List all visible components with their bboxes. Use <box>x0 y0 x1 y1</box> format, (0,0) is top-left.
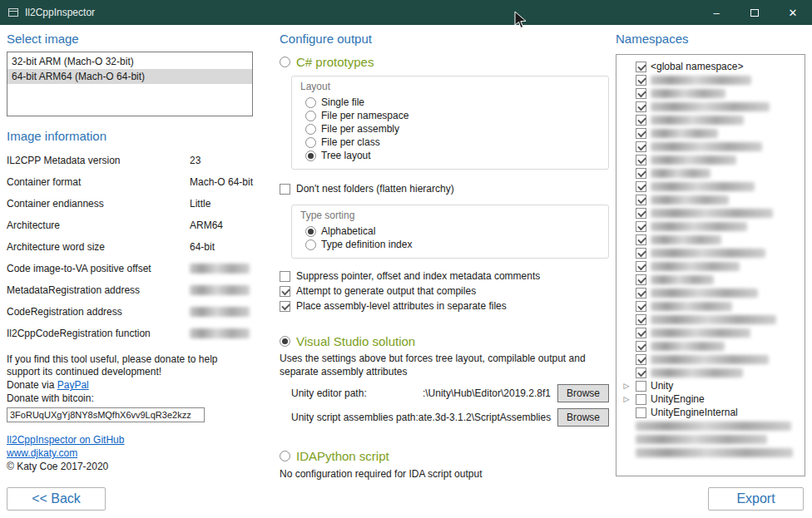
namespace-checkbox[interactable] <box>636 115 646 126</box>
namespace-row-unityengineinternal[interactable]: UnityEngineInternal <box>621 406 801 419</box>
checkbox-attempt-to-generate-output-that-compiles[interactable]: Attempt to generate output that compiles <box>280 284 609 298</box>
website-link[interactable]: www.djkaty.com <box>7 447 77 459</box>
namespace-row-redacted[interactable] <box>621 206 801 220</box>
image-listbox[interactable]: 32-bit ARM (Mach-O 32-bit)64-bit ARM64 (… <box>7 52 253 116</box>
namespace-checkbox[interactable] <box>636 394 646 405</box>
checkbox-suppress-pointer-offset-and-index-metadata-comments[interactable]: Suppress pointer, offset and index metad… <box>280 269 609 284</box>
expander-icon[interactable]: ▷ <box>621 392 631 406</box>
namespace-checkbox[interactable] <box>636 274 646 285</box>
namespace-checkbox[interactable] <box>636 354 646 365</box>
radio-tree-layout[interactable]: Tree layout <box>305 149 602 162</box>
namespace-row-redacted[interactable] <box>621 100 801 113</box>
checkbox-flatten-hierarchy[interactable]: Don't nest folders (flatten hierarchy) <box>280 181 609 196</box>
radio-file-per-class[interactable]: File per class <box>305 136 602 149</box>
namespace-row-redacted[interactable] <box>621 180 801 193</box>
radio-alphabetical[interactable]: Alphabetical <box>305 224 602 238</box>
namespace-row-unityengine[interactable]: ▷UnityEngine <box>621 392 801 406</box>
namespace-checkbox[interactable] <box>636 128 646 139</box>
namespace-checkbox[interactable] <box>636 368 646 378</box>
paypal-link[interactable]: PayPal <box>57 379 89 391</box>
layout-group-title: Layout <box>300 81 602 92</box>
namespace-checkbox[interactable] <box>636 288 646 298</box>
namespace-checkbox[interactable] <box>636 62 646 72</box>
radio-visual-studio-solution[interactable]: Visual Studio solution <box>280 334 609 348</box>
namespace-row-redacted[interactable] <box>621 259 801 273</box>
namespace-checkbox[interactable] <box>636 248 646 259</box>
namespace-checkbox[interactable] <box>636 141 646 152</box>
namespace-checkbox[interactable] <box>636 181 646 192</box>
namespace-row-redacted[interactable] <box>621 193 801 206</box>
info-label: CodeRegistration address <box>7 305 190 327</box>
namespace-checkbox[interactable] <box>636 75 646 86</box>
namespace-label: <global namespace> <box>651 61 743 72</box>
radio-idapython-script[interactable]: IDAPython script <box>280 449 609 463</box>
radio-csharp-prototypes[interactable]: C# prototypes <box>280 55 609 69</box>
image-list-item-64-bit-arm64-mach-o-64-bit[interactable]: 64-bit ARM64 (Mach-O 64-bit) <box>7 69 252 84</box>
expander-icon[interactable]: ▷ <box>621 379 631 392</box>
namespace-row-redacted[interactable] <box>621 153 801 166</box>
namespace-row-redacted[interactable] <box>621 432 801 446</box>
namespace-row-redacted[interactable] <box>621 419 801 432</box>
redacted-namespace <box>651 169 710 178</box>
namespace-row-redacted[interactable] <box>621 353 801 366</box>
browse-button[interactable]: Browse <box>557 408 609 427</box>
github-link[interactable]: Il2CppInspector on GitHub <box>7 434 124 446</box>
info-value: 64-bit <box>190 240 253 262</box>
namespace-row-redacted[interactable] <box>621 220 801 233</box>
namespace-checkbox[interactable] <box>636 221 646 232</box>
info-value: Mach-O 64-bit <box>190 175 253 197</box>
namespace-checkbox[interactable] <box>636 234 646 245</box>
namespace-checkbox[interactable] <box>636 328 646 338</box>
browse-button[interactable]: Browse <box>557 384 609 402</box>
namespace-row-redacted[interactable] <box>621 366 801 379</box>
namespace-checkbox[interactable] <box>636 88 646 99</box>
namespace-checkbox[interactable] <box>636 314 646 325</box>
back-button[interactable]: << Back <box>7 487 106 511</box>
namespace-checkbox[interactable] <box>636 195 646 205</box>
bitcoin-address-field[interactable]: 3FoRUqUXgYj8NY8sMQfhX6vv9LqR3e2kzz <box>7 407 205 422</box>
namespace-row-global-namespace[interactable]: <global namespace> <box>621 60 801 73</box>
namespace-checkbox[interactable] <box>636 101 646 112</box>
checkbox-place-assembly-level-attributes-in-separate-files[interactable]: Place assembly-level attributes in separ… <box>280 298 609 313</box>
export-button[interactable]: Export <box>708 487 804 511</box>
minimize-button[interactable]: – <box>697 0 735 25</box>
namespace-checkbox[interactable] <box>636 381 646 392</box>
namespace-checkbox[interactable] <box>636 341 646 352</box>
namespace-row-redacted[interactable] <box>621 233 801 246</box>
close-button[interactable]: ✕ <box>774 0 812 25</box>
info-label: Architecture <box>7 219 190 240</box>
namespace-row-redacted[interactable] <box>621 140 801 153</box>
namespace-row-redacted[interactable] <box>621 73 801 86</box>
namespace-checkbox[interactable] <box>636 261 646 272</box>
namespace-row-redacted[interactable] <box>621 286 801 299</box>
namespace-checkbox[interactable] <box>636 407 646 418</box>
redacted-value <box>190 328 250 338</box>
namespaces-listbox[interactable]: <global namespace>▷Unity▷UnityEngineUnit… <box>616 54 805 476</box>
namespace-row-unity[interactable]: ▷Unity <box>621 379 801 392</box>
namespace-checkbox[interactable] <box>636 168 646 179</box>
namespace-row-redacted[interactable] <box>621 273 801 286</box>
namespace-row-redacted[interactable] <box>621 446 801 459</box>
namespace-row-redacted[interactable] <box>621 113 801 126</box>
namespace-row-redacted[interactable] <box>621 299 801 313</box>
maximize-button[interactable] <box>735 0 774 25</box>
namespace-row-redacted[interactable] <box>621 326 801 339</box>
namespace-row-redacted[interactable] <box>621 166 801 180</box>
namespace-checkbox[interactable] <box>636 155 646 165</box>
radio-type-definition-index[interactable]: Type definition index <box>305 238 602 251</box>
path-field-row: Unity editor path::\Unity\Hub\Editor\201… <box>291 384 609 402</box>
namespace-row-redacted[interactable] <box>621 86 801 100</box>
namespace-checkbox[interactable] <box>636 301 646 312</box>
image-list-item-32-bit-arm-mach-o-32-bit[interactable]: 32-bit ARM (Mach-O 32-bit) <box>7 54 252 69</box>
radio-file-per-namespace[interactable]: File per namespace <box>305 109 602 122</box>
redacted-namespace <box>651 222 747 231</box>
radio-single-file[interactable]: Single file <box>305 96 602 109</box>
namespace-row-redacted[interactable] <box>621 339 801 353</box>
radio-file-per-assembly[interactable]: File per assembly <box>305 122 602 136</box>
namespace-row-redacted[interactable] <box>621 313 801 326</box>
namespace-row-redacted[interactable] <box>621 246 801 259</box>
namespace-checkbox[interactable] <box>636 208 646 219</box>
checkbox-icon <box>280 271 290 282</box>
radio-icon <box>305 150 316 161</box>
namespace-row-redacted[interactable] <box>621 126 801 140</box>
